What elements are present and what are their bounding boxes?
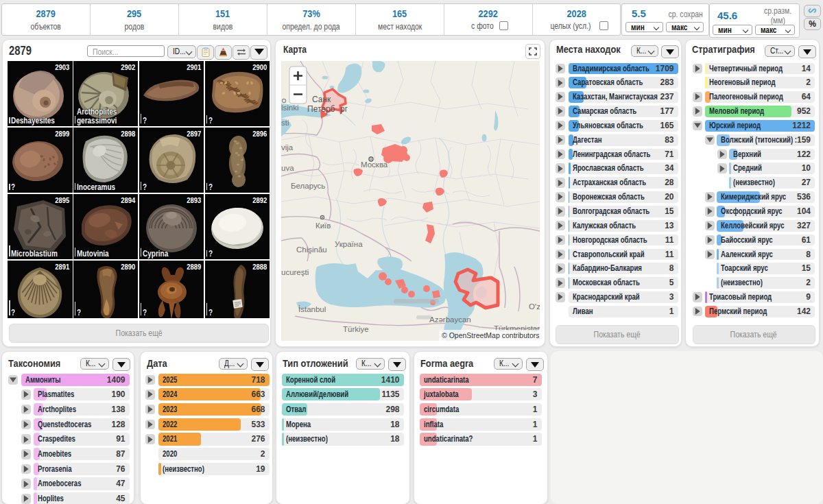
svg-text:ucureşti: ucureşti xyxy=(281,268,309,276)
svg-text:Беларусь: Беларусь xyxy=(291,182,325,190)
svg-text:lsinki: lsinki xyxy=(281,104,299,112)
svg-text:İstanbul: İstanbul xyxy=(298,305,326,313)
svg-text:O'zb: O'zb xyxy=(529,302,540,311)
svg-text:рг: рг xyxy=(340,104,348,114)
svg-text:uva: uva xyxy=(281,164,294,172)
svg-text:Türkiye: Türkiye xyxy=(343,325,369,333)
svg-text:Azərbaycan: Azərbaycan xyxy=(429,315,471,324)
svg-text:Москва: Москва xyxy=(361,160,388,169)
svg-text:Киïв: Киïв xyxy=(315,221,331,230)
svg-text:© OpenStreetMap contributors: © OpenStreetMap contributors xyxy=(442,331,540,339)
svg-text:Санк: Санк xyxy=(312,95,331,104)
svg-text:Chişinău: Chişinău xyxy=(296,245,327,254)
svg-text:Петерб: Петерб xyxy=(307,104,335,114)
svg-text:vija: vija xyxy=(281,143,294,152)
svg-text:sti: sti xyxy=(281,119,289,127)
svg-text:Украïна: Украïна xyxy=(335,240,363,248)
